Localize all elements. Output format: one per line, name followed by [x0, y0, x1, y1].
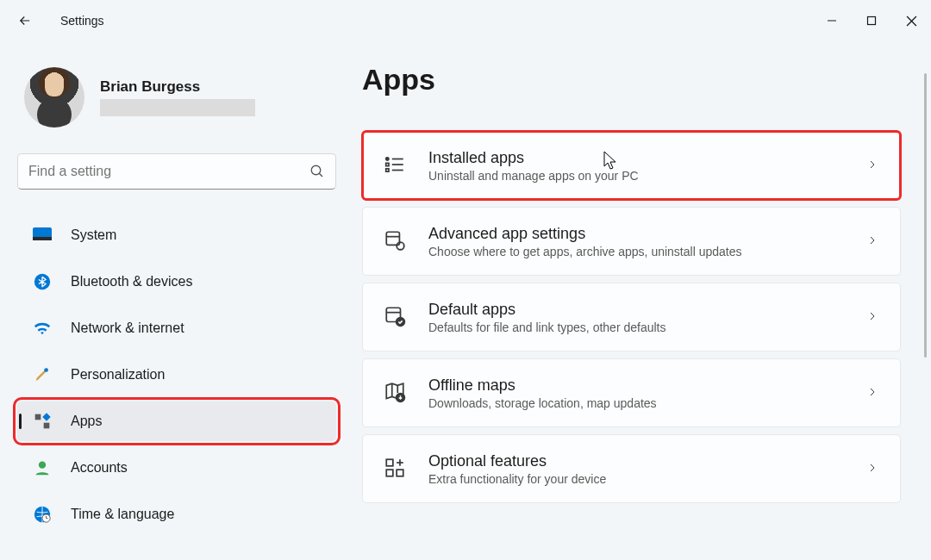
nav-label: System — [71, 227, 116, 243]
search-box[interactable] — [17, 153, 336, 190]
card-optional-features[interactable]: Optional features Extra functionality fo… — [362, 434, 901, 503]
card-subtitle: Defaults for file and link types, other … — [428, 320, 847, 334]
svg-rect-33 — [397, 470, 403, 476]
svg-point-13 — [39, 462, 46, 469]
card-title: Offline maps — [428, 376, 847, 395]
nav-label: Accounts — [71, 460, 128, 476]
window-title: Settings — [60, 14, 104, 28]
search-input[interactable] — [28, 164, 309, 179]
card-advanced-settings[interactable]: Advanced app settings Choose where to ge… — [362, 207, 901, 276]
svg-rect-32 — [386, 470, 393, 476]
bluetooth-icon — [33, 272, 52, 291]
svg-point-9 — [44, 368, 48, 372]
svg-rect-1 — [868, 17, 876, 25]
minimize-button[interactable] — [812, 3, 852, 38]
nav-label: Personalization — [71, 367, 165, 383]
nav-apps[interactable]: Apps — [17, 401, 336, 441]
page-title: Apps — [362, 63, 901, 96]
maximize-button[interactable] — [852, 3, 891, 38]
titlebar: Settings — [0, 0, 931, 41]
card-title: Installed apps — [428, 149, 847, 167]
card-title: Optional features — [428, 452, 847, 470]
chevron-right-icon — [867, 387, 879, 399]
scrollbar[interactable] — [924, 73, 927, 358]
map-download-icon — [384, 381, 408, 405]
user-email-redacted — [100, 99, 255, 116]
svg-rect-7 — [33, 237, 52, 240]
sidebar: Brian Burgess System Bluetooth & devices — [17, 41, 336, 541]
app-check-icon — [384, 305, 408, 329]
nav-label: Bluetooth & devices — [71, 274, 192, 289]
nav-network[interactable]: Network & internet — [17, 308, 336, 348]
wifi-icon — [33, 319, 52, 338]
card-subtitle: Extra functionality for your device — [428, 472, 847, 486]
svg-point-24 — [397, 242, 404, 250]
close-button[interactable] — [891, 3, 931, 38]
grid-plus-icon — [384, 457, 408, 481]
nav-accounts[interactable]: Accounts — [17, 448, 336, 488]
svg-rect-12 — [42, 413, 50, 420]
nav-personalization[interactable]: Personalization — [17, 355, 336, 395]
chevron-right-icon — [867, 235, 879, 247]
card-offline-maps[interactable]: Offline maps Downloads, storage location… — [362, 358, 901, 427]
avatar — [24, 67, 84, 128]
card-subtitle: Uninstall and manage apps on your PC — [428, 169, 847, 183]
svg-rect-31 — [386, 459, 393, 466]
window-controls — [812, 3, 931, 38]
apps-icon — [33, 412, 52, 431]
main-panel: Apps Installed apps Uninstall and manage… — [362, 41, 914, 541]
svg-point-16 — [386, 158, 389, 160]
svg-rect-10 — [35, 414, 41, 420]
paintbrush-icon — [33, 365, 52, 384]
nav-time-language[interactable]: Time & language — [17, 495, 336, 534]
card-installed-apps[interactable]: Installed apps Uninstall and manage apps… — [362, 131, 901, 200]
chevron-right-icon — [867, 463, 879, 475]
svg-rect-18 — [386, 163, 389, 165]
nav-label: Network & internet — [71, 320, 184, 336]
globe-clock-icon — [33, 505, 52, 524]
user-section[interactable]: Brian Burgess — [17, 41, 336, 145]
system-icon — [33, 226, 52, 245]
chevron-right-icon — [867, 159, 879, 171]
nav-system[interactable]: System — [17, 215, 336, 255]
chevron-right-icon — [867, 311, 879, 323]
svg-rect-11 — [44, 423, 50, 429]
app-gear-icon — [384, 229, 408, 253]
list-icon — [384, 153, 408, 177]
card-default-apps[interactable]: Default apps Defaults for file and link … — [362, 283, 901, 352]
back-button[interactable] — [17, 3, 52, 38]
nav-label: Time & language — [71, 507, 174, 522]
nav-label: Apps — [71, 414, 102, 429]
svg-line-5 — [319, 173, 322, 177]
svg-point-4 — [311, 165, 321, 175]
card-subtitle: Downloads, storage location, map updates — [428, 396, 847, 410]
person-icon — [33, 458, 52, 477]
card-title: Advanced app settings — [428, 225, 847, 243]
search-icon — [309, 164, 325, 179]
card-subtitle: Choose where to get apps, archive apps, … — [428, 245, 847, 258]
user-name: Brian Burgess — [100, 78, 255, 96]
card-title: Default apps — [428, 301, 847, 319]
nav-bluetooth[interactable]: Bluetooth & devices — [17, 262, 336, 302]
svg-rect-20 — [386, 169, 389, 171]
